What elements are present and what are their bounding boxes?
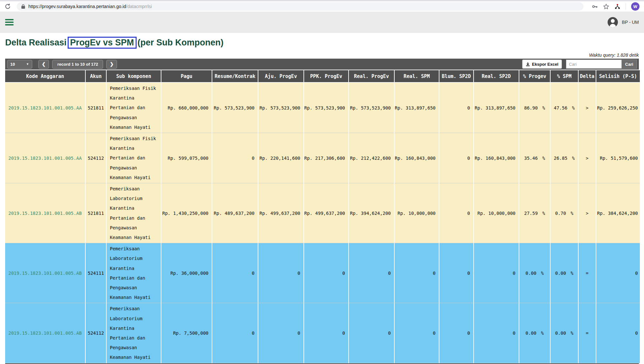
query-time: Waktu query: 1.828 detik	[5, 53, 639, 58]
cell-ppk: Rp. 573,523,900	[304, 82, 349, 133]
page-size-select[interactable]: 10▼	[7, 60, 32, 69]
cell-ppk: Rp. 217,306,600	[304, 133, 349, 183]
cell-realspm: Rp. 10,000,000	[394, 183, 439, 243]
column-header-realsp2d[interactable]: Real. SP2D	[474, 70, 519, 82]
cell-delta: =	[578, 243, 596, 303]
menu-hamburger-icon[interactable]	[5, 19, 14, 25]
cell-aju: 0	[258, 303, 304, 363]
column-header-resume[interactable]: Resume/Kontrak	[212, 70, 258, 82]
cell-realprogev: Rp. 212,422,600	[349, 133, 394, 183]
bookmark-star-icon[interactable]	[603, 4, 609, 10]
prev-page-button[interactable]: ❮	[38, 60, 49, 69]
divider	[626, 3, 626, 10]
cell-blum: 0	[439, 82, 474, 133]
cell-delta: >	[578, 82, 596, 133]
cell-pagu: Rp. 660,000,000	[161, 82, 212, 133]
cell-akun: 521811	[85, 82, 106, 133]
cell-sub: PemeriksaanLaboratoriumKarantinaPertania…	[106, 303, 161, 363]
cell-akun: 521811	[85, 183, 106, 243]
cell-kode: 2019.15.1823.101.001.005.AB	[5, 303, 85, 363]
search-button[interactable]: Cari	[621, 60, 637, 69]
column-header-delta[interactable]: Delta	[578, 70, 596, 82]
next-page-button[interactable]: ❯	[106, 60, 117, 69]
cell-sub: PemeriksaanLaboratoriumKarantinaPertania…	[106, 243, 161, 303]
cell-akun: 524112	[85, 303, 106, 363]
column-header-akun[interactable]: Akun	[85, 70, 106, 82]
browser-chrome: https://progev.surabaya.karantina.pertan…	[0, 0, 644, 12]
column-header-kode[interactable]: Kode Anggaran	[5, 70, 85, 82]
cell-pctprogev: 35.46 %	[519, 133, 550, 183]
cell-selisih: 0	[596, 243, 640, 303]
extension-icon[interactable]	[614, 4, 620, 10]
cell-sub: Pemeriksaan FisikKarantinaPertanian danP…	[106, 133, 161, 183]
cell-pagu: Rp. 36,000,000	[161, 243, 212, 303]
export-excel-button[interactable]: Ekspor Excel	[522, 60, 562, 69]
cell-aju: Rp. 220,141,600	[258, 133, 304, 183]
cell-realprogev: 0	[349, 303, 394, 363]
cell-pctspm: 0.00 %	[550, 303, 578, 363]
cell-resume: 0	[212, 133, 258, 183]
cell-sub: Pemeriksaan FisikKarantinaPertanian danP…	[106, 82, 161, 133]
column-header-realspm[interactable]: Real. SPM	[394, 70, 439, 82]
data-table: Kode AnggaranAkunSub komponenPaguResume/…	[5, 70, 640, 363]
cell-realsp2d: 0	[474, 243, 519, 303]
cell-realsp2d: Rp. 10,000,000	[474, 183, 519, 243]
column-header-sub[interactable]: Sub komponen	[106, 70, 161, 82]
cell-pctprogev: 0.00 %	[519, 303, 550, 363]
cell-kode: 2019.15.1823.101.001.005.AA	[5, 82, 85, 133]
cell-pctprogev: 0.00 %	[519, 243, 550, 303]
cell-realsp2d: Rp. 313,897,650	[474, 82, 519, 133]
column-header-pagu[interactable]: Pagu	[161, 70, 212, 82]
cell-delta: >	[578, 133, 596, 183]
table-row: 2019.15.1823.101.001.005.AB521811Pemerik…	[5, 183, 640, 243]
cell-realprogev: Rp. 573,523,900	[349, 82, 394, 133]
title-highlight-box: ProgEv vs SPM	[68, 37, 137, 49]
app-navbar: BP - UM	[0, 12, 644, 33]
cell-realspm: 0	[394, 243, 439, 303]
cell-realprogev: Rp. 394,624,200	[349, 183, 394, 243]
cell-aju: Rp. 573,523,900	[258, 82, 304, 133]
cell-selisih: Rp. 51,579,600	[596, 133, 640, 183]
address-bar[interactable]: https://progev.surabaya.karantina.pertan…	[17, 2, 583, 11]
column-header-realprogev[interactable]: Real. ProgEv	[349, 70, 394, 82]
cell-pagu: Rp. 599,075,000	[161, 133, 212, 183]
cell-resume: 0	[212, 243, 258, 303]
cell-aju: 0	[258, 243, 304, 303]
cell-delta: >	[578, 183, 596, 243]
lock-icon	[21, 4, 25, 9]
cell-ppk: 0	[304, 303, 349, 363]
column-header-ppk[interactable]: PPK. ProgEv	[304, 70, 349, 82]
cell-realsp2d: Rp. 160,843,000	[474, 133, 519, 183]
cell-sub: PemeriksaanLaboratoriumKarantinaPertania…	[106, 183, 161, 243]
cell-pctprogev: 27.59 %	[519, 183, 550, 243]
column-header-blum[interactable]: Blum. SP2D	[439, 70, 474, 82]
cell-akun: 524112	[85, 133, 106, 183]
table-header-row: Kode AnggaranAkunSub komponenPaguResume/…	[5, 70, 640, 82]
cell-delta: =	[578, 303, 596, 363]
cell-kode: 2019.15.1823.101.001.005.AA	[5, 133, 85, 183]
cell-ppk: 0	[304, 243, 349, 303]
cell-selisih: Rp. 384,624,200	[596, 183, 640, 243]
cell-selisih: 0	[596, 303, 640, 363]
column-header-aju[interactable]: Aju. ProgEv	[258, 70, 304, 82]
user-menu[interactable]: BP - UM	[608, 17, 639, 27]
cell-realsp2d: 0	[474, 303, 519, 363]
search-input[interactable]	[566, 60, 621, 69]
column-header-selisih[interactable]: Selisih (P-S)	[596, 70, 640, 82]
reload-icon[interactable]	[5, 3, 11, 10]
cell-pctspm: 0.00 %	[550, 243, 578, 303]
table-row: 2019.15.1823.101.001.005.AA521811Pemerik…	[5, 82, 640, 133]
browser-profile-avatar[interactable]: W	[631, 2, 639, 11]
cell-kode: 2019.15.1823.101.001.005.AB	[5, 243, 85, 303]
cell-pctprogev: 86.90 %	[519, 82, 550, 133]
cell-realspm: 0	[394, 303, 439, 363]
user-avatar-icon	[608, 17, 618, 27]
key-icon[interactable]	[592, 4, 598, 10]
cell-pctspm: 26.85 %	[550, 133, 578, 183]
download-icon	[526, 62, 530, 66]
url-text: https://progev.surabaya.karantina.pertan…	[28, 4, 152, 9]
cell-selisih: Rp. 259,626,250	[596, 82, 640, 133]
column-header-pctspm[interactable]: % SPM	[550, 70, 578, 82]
table-toolbar: 10▼ ❮ record 1 to 10 of 172 ❯ Ekspor Exc…	[5, 59, 639, 70]
column-header-pctprogev[interactable]: % Progev	[519, 70, 550, 82]
